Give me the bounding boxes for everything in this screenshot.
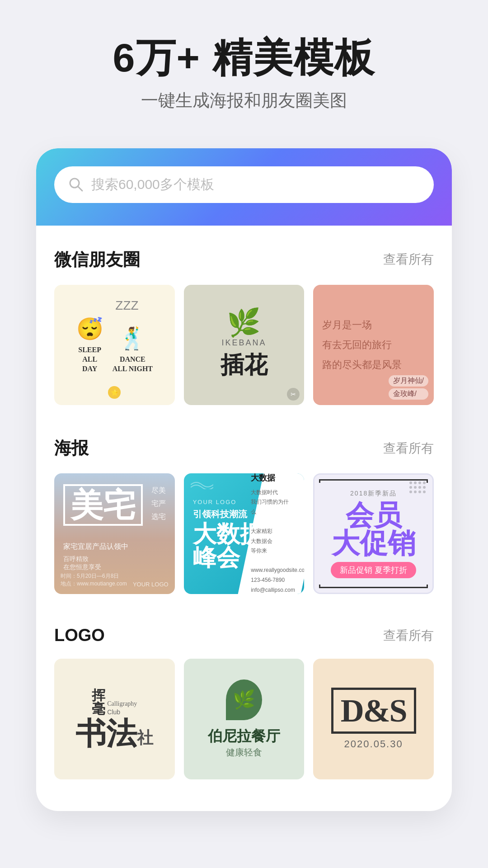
calligraphy-club-block: Club [107, 708, 120, 716]
meizhai-bottom: 家宅宜居产品认领中 百呼精致在您恒意享受 [63, 540, 166, 571]
logo-template-restaurant[interactable]: 🌿 伯尼拉餐厅 健康轻食 [184, 659, 305, 779]
sleep-text: SLEEPALLDAY [78, 345, 101, 373]
poster-section-header: 海报 查看所有 [54, 437, 434, 460]
logo-section-title: LOGO [54, 626, 105, 645]
wechat-section: 微信朋友圈 查看所有 ZZZ 😴 SLEEPALLDAY 🕺 DANCEALL … [36, 226, 452, 415]
member-year: 2018新季新品 [350, 490, 397, 498]
poster-section-title: 海报 [54, 437, 89, 460]
member-big2: 大促销 [332, 529, 416, 557]
wechat-section-header: 微信朋友圈 查看所有 [54, 248, 434, 271]
logo-section: LOGO 查看所有 挥 毫 Calligraphy Club [36, 603, 452, 788]
meizhai-side-text: 尽美 宅严 选宅 [151, 484, 166, 523]
sleep-emoji: 😴 [76, 316, 103, 342]
poster3-bottom-border [319, 585, 428, 588]
poster-template-meizhai[interactable]: 美宅 尽美 宅严 选宅 家宅宜居产品认领中 百呼精致在您恒意享受 YOUR LO… [54, 473, 175, 594]
poster-templates-grid: 美宅 尽美 宅严 选宅 家宅宜居产品认领中 百呼精致在您恒意享受 YOUR LO… [54, 473, 434, 594]
dots-decoration [409, 481, 426, 493]
meizhai-date: 时间：5月20日—6月8日地点：www.moutiange.com [61, 572, 127, 588]
member-big1: 会员 [346, 501, 402, 529]
logo-template-ds[interactable]: D&S 2020.05.30 [313, 659, 434, 779]
wechat-template-ikebana[interactable]: 🌿 IKEBANA 插花 ✂ [184, 285, 305, 406]
poetic-tags: 岁月神仙/ 金玫峰/ [389, 375, 428, 400]
calligraphy-cn-block: 挥 毫 [92, 689, 105, 716]
ikebana-badge: ✂ [287, 388, 300, 401]
logo-templates-grid: 挥 毫 Calligraphy Club 书法 社 [54, 659, 434, 779]
dance-character: 🕺 DANCEALL NIGHT [113, 326, 153, 374]
zzz-text: ZZZ [115, 298, 138, 313]
wechat-template-poetic[interactable]: 岁月是一场 有去无回的旅行 路的尽头都是风景 岁月神仙/ 金玫峰/ [313, 285, 434, 406]
search-header: 搜索60,000多个模板 [36, 148, 452, 226]
hero-subtitle: 一键生成海报和朋友圈美图 [27, 89, 461, 112]
sleep-dance-container: 😴 SLEEPALLDAY 🕺 DANCEALL NIGHT [76, 316, 153, 373]
poster2-right-sub: 大数据时代我们习惯的为什么 大家精彩大数据会等你来 www.reallygood… [251, 488, 293, 594]
poster2-right: 大数据 大数据时代我们习惯的为什么 大家精彩大数据会等你来 www.really… [240, 473, 298, 594]
wechat-templates-grid: ZZZ 😴 SLEEPALLDAY 🕺 DANCEALL NIGHT ⭐ [54, 285, 434, 406]
member-sub: 新品促销 夏季打折 [331, 562, 416, 578]
poster-viewall-button[interactable]: 查看所有 [383, 440, 434, 457]
hao-text: 毫 [92, 702, 105, 716]
svg-line-1 [78, 186, 82, 191]
calligraphy-right-block: Calligraphy Club [107, 700, 137, 716]
she-text: 社 [137, 727, 153, 749]
leaf-icon: 🌿 [226, 679, 262, 720]
calligraphy-en-block: Calligraphy [107, 700, 137, 708]
restaurant-name: 伯尼拉餐厅 [208, 726, 280, 746]
dance-emoji: 🕺 [119, 326, 146, 351]
poster-template-member[interactable]: 2018新季新品 会员 大促销 新品促销 夏季打折 [313, 473, 434, 594]
ikebana-en-text: IKEBANA [221, 338, 266, 348]
hero-title: 6万+ 精美模板 [27, 36, 461, 80]
hero-section: 6万+ 精美模板 一键生成海报和朋友圈美图 [0, 0, 488, 130]
ds-logo-text: D&S [331, 688, 416, 734]
club-text: Club [107, 708, 120, 716]
restaurant-sub: 健康轻食 [208, 746, 280, 759]
logo-section-header: LOGO 查看所有 [54, 626, 434, 645]
poster2-right-content: 大数据 [251, 473, 293, 484]
phone-card: 搜索60,000多个模板 微信朋友圈 查看所有 ZZZ 😴 SLEEPALLDA… [36, 148, 452, 811]
poster-section: 海报 查看所有 美宅 尽美 宅严 选宅 家宅宜居产品认领中 百呼精致在您恒意享受 [36, 414, 452, 603]
restaurant-text-block: 伯尼拉餐厅 健康轻食 [208, 726, 280, 759]
ds-date-text: 2020.05.30 [344, 738, 403, 750]
sleep-character: 😴 SLEEPALLDAY [76, 316, 103, 373]
calligraphy-bottom: 书法 社 [75, 718, 153, 749]
search-placeholder-text: 搜索60,000多个模板 [91, 175, 420, 194]
wave-top [191, 480, 213, 491]
dance-text: DANCEALL NIGHT [113, 355, 153, 374]
poster-template-bigdata[interactable]: YOUR LOGO 引领科技潮流 大数据 峰会 大数据 大数据时代我们习惯的为什… [184, 473, 305, 594]
calligraphy-en: Calligraphy [107, 700, 137, 708]
search-bar[interactable]: 搜索60,000多个模板 [54, 166, 434, 203]
search-icon [68, 176, 84, 193]
logo-viewall-button[interactable]: 查看所有 [383, 627, 434, 644]
wechat-section-title: 微信朋友圈 [54, 248, 140, 271]
poster1-top: 美宅 尽美 宅严 选宅 [63, 484, 166, 526]
shufa-text: 书法 [75, 718, 137, 749]
wechat-template-sleep-dance[interactable]: ZZZ 😴 SLEEPALLDAY 🕺 DANCEALL NIGHT ⭐ [54, 285, 175, 406]
calligraphy-main: 挥 毫 Calligraphy Club [92, 689, 137, 716]
logo-template-calligraphy[interactable]: 挥 毫 Calligraphy Club 书法 社 [54, 659, 175, 779]
hui-text: 挥 [92, 689, 105, 702]
meizhai-yourlogo: YOUR LOGO [133, 581, 169, 588]
card-badge: ⭐ [108, 386, 121, 399]
ikebana-cn-text: 插花 [221, 349, 267, 381]
ikebana-leaves-icon: 🌿 [227, 309, 261, 336]
wechat-viewall-button[interactable]: 查看所有 [383, 251, 434, 268]
poetic-lines: 岁月是一场 有去无回的旅行 路的尽头都是风景 [322, 315, 402, 375]
meizhai-big-text: 美宅 [63, 484, 143, 526]
